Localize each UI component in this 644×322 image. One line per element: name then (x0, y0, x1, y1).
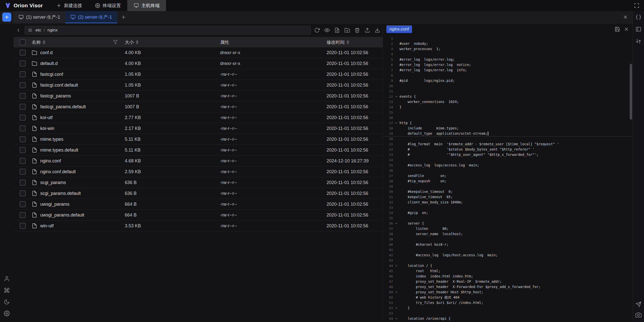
transfer-list-button[interactable] (635, 38, 641, 44)
row-checkbox[interactable] (20, 169, 26, 175)
code-line[interactable]: 2 #user nobody; (383, 41, 633, 46)
path-input[interactable]: etc / nginx (25, 26, 311, 34)
code-line[interactable]: 34 #gzip on; (383, 210, 633, 216)
fold-chevron-icon[interactable] (393, 95, 399, 98)
row-checkbox[interactable] (20, 82, 26, 88)
code-line[interactable]: 43 (383, 258, 633, 263)
new-file-button[interactable] (333, 26, 341, 34)
code-line[interactable]: 52 } (383, 305, 633, 311)
settings-button[interactable] (4, 310, 10, 316)
new-folder-button[interactable] (343, 26, 351, 34)
code-line[interactable]: 30 #keepalive_timeout 0; (383, 189, 633, 194)
table-row[interactable]: nginx.conf.default 2.59 KB -rw-r--r-- 20… (14, 166, 383, 177)
code-line[interactable]: 33 (383, 205, 633, 210)
table-row[interactable]: mime.types.default 5.11 KB -rw-r--r-- 20… (14, 145, 383, 156)
nav-terminal-settings[interactable]: 终端设置 (89, 0, 127, 11)
code-line[interactable]: 14 } (383, 104, 633, 110)
code-line[interactable]: 19 default_type application/octet-stream… (383, 131, 633, 136)
table-row[interactable]: fastcgi.conf 1.05 KB -rw-r--r-- 2020-11-… (14, 69, 383, 80)
code-line[interactable]: 41 (383, 247, 633, 253)
code-line[interactable]: 50 # web history 模式 404 (383, 295, 633, 300)
row-checkbox[interactable] (20, 60, 26, 66)
row-checkbox[interactable] (20, 147, 26, 153)
code-line[interactable]: 29 (383, 184, 633, 189)
table-row[interactable]: koi-utf 2.77 KB -rw-r--r-- 2020-11-01 10… (14, 112, 383, 123)
code-line[interactable]: 16 (383, 115, 633, 120)
shortcuts-button[interactable] (4, 287, 10, 293)
close-editor-button[interactable] (624, 26, 629, 32)
column-header-mtime[interactable]: 修改时间 (327, 39, 345, 45)
table-row[interactable]: fastcgi_params 1007 B -rw-r--r-- 2020-11… (14, 91, 383, 101)
screenshot-button[interactable] (635, 312, 641, 318)
row-checkbox[interactable] (20, 115, 26, 121)
theme-button[interactable] (4, 299, 10, 305)
upload-button[interactable] (364, 26, 371, 34)
fold-chevron-icon[interactable] (393, 291, 399, 294)
code-line[interactable]: 18 include mime.types; (383, 126, 633, 131)
code-line[interactable]: 45 root html; (383, 268, 633, 274)
code-line[interactable]: 46 index index.html index.htm; (383, 274, 633, 279)
table-row[interactable]: nginx.conf 4.68 KB -rw-r--r-- 2024-12-10… (14, 156, 383, 166)
row-checkbox[interactable] (20, 190, 26, 196)
code-line[interactable]: 5 #error_log logs/error.log; (383, 57, 633, 62)
code-line[interactable]: 28 #tcp_nopush on; (383, 178, 633, 184)
code-braces-button[interactable] (635, 14, 641, 20)
code-line[interactable]: 13 worker_connections 1024; (383, 99, 633, 104)
row-checkbox[interactable] (20, 125, 26, 131)
select-all-checkbox[interactable] (20, 39, 26, 45)
code-line[interactable]: 7 #error_log logs/error.log info; (383, 67, 633, 73)
code-line[interactable]: 51 try_files $uri $uri/ /index.html; (383, 300, 633, 305)
breadcrumb-segment-nginx[interactable]: nginx (47, 28, 58, 33)
table-row[interactable]: default.d 4.00 KB drwxr-xr-x 2020-11-01 … (14, 58, 383, 69)
code-line[interactable]: 42 #access_log logs/host.access.log main… (383, 253, 633, 258)
preview-button[interactable] (323, 26, 331, 34)
code-line[interactable]: 37 listen 80; (383, 226, 633, 231)
code-line[interactable]: 4 (383, 52, 633, 57)
code-line[interactable]: 27 sendfile on; (383, 173, 633, 178)
close-panel-button[interactable] (623, 14, 628, 20)
code-line[interactable]: 10 (383, 83, 633, 89)
column-header-size[interactable]: 大小 (125, 39, 134, 45)
table-row[interactable]: scgi_params 636 B -rw-r--r-- 2020-11-01 … (14, 177, 383, 188)
code-line[interactable]: 20 (383, 136, 633, 141)
table-row[interactable]: fastcgi.conf.default 1.05 KB -rw-r--r-- … (14, 80, 383, 91)
column-header-attrs[interactable]: 属性 (220, 39, 229, 45)
fold-chevron-icon[interactable] (393, 306, 399, 310)
row-checkbox[interactable] (20, 201, 26, 207)
code-line[interactable]: 8 (383, 73, 633, 78)
nav-host-terminal[interactable]: 主机终端 (127, 0, 166, 11)
code-line[interactable]: 53 (383, 311, 633, 316)
code-area[interactable]: 1 2 #user nobody; 3 worker_processes 1; … (383, 35, 633, 322)
row-checkbox[interactable] (20, 93, 26, 99)
code-line[interactable]: 23 # '"$http_user_agent" "$http_x_forwar… (383, 152, 633, 157)
row-checkbox[interactable] (20, 50, 26, 56)
table-row[interactable]: uwsgi_params 664 B -rw-r--r-- 2020-11-01… (14, 199, 383, 210)
sort-size-icon[interactable] (136, 40, 138, 44)
table-row[interactable]: win-utf 3.53 KB -rw-r--r-- 2020-11-01 10… (14, 221, 383, 231)
sort-name-icon[interactable] (43, 40, 45, 44)
code-line[interactable]: 48 proxy_set_header X-Forwarded-For $pro… (383, 284, 633, 290)
code-line[interactable]: 54 location /orion/api { (383, 316, 633, 321)
code-line[interactable]: 1 (383, 36, 633, 41)
code-line[interactable]: 21 #log_format main '$remote_addr - $rem… (383, 141, 633, 147)
column-header-name[interactable]: 名称 (32, 39, 41, 45)
fold-chevron-icon[interactable] (393, 264, 399, 267)
save-button[interactable] (615, 26, 620, 32)
code-line[interactable]: 26 (383, 168, 633, 173)
delete-button[interactable] (353, 26, 361, 34)
new-connection-button[interactable] (2, 13, 11, 22)
code-line[interactable]: 31 keepalive_timeout 65; (383, 194, 633, 200)
row-checkbox[interactable] (20, 180, 26, 186)
row-checkbox[interactable] (20, 158, 26, 164)
code-line[interactable]: 9 #pid logs/nginx.pid; (383, 78, 633, 83)
code-line[interactable]: 12 events { (383, 94, 633, 99)
back-button[interactable] (15, 26, 22, 34)
send-button[interactable] (635, 301, 641, 307)
code-line[interactable]: 36 server { (383, 221, 633, 226)
code-line[interactable]: 49 proxy_set_header Host $http_host; (383, 290, 633, 295)
table-row[interactable]: mime.types 5.11 KB -rw-r--r-- 2020-11-01… (14, 134, 383, 145)
table-row[interactable]: koi-win 2.17 KB -rw-r--r-- 2020-11-01 10… (14, 123, 383, 134)
row-checkbox[interactable] (20, 71, 26, 77)
nav-new-connection[interactable]: 新建连接 (50, 0, 89, 11)
table-row[interactable]: uwsgi_params.default 664 B -rw-r--r-- 20… (14, 210, 383, 221)
